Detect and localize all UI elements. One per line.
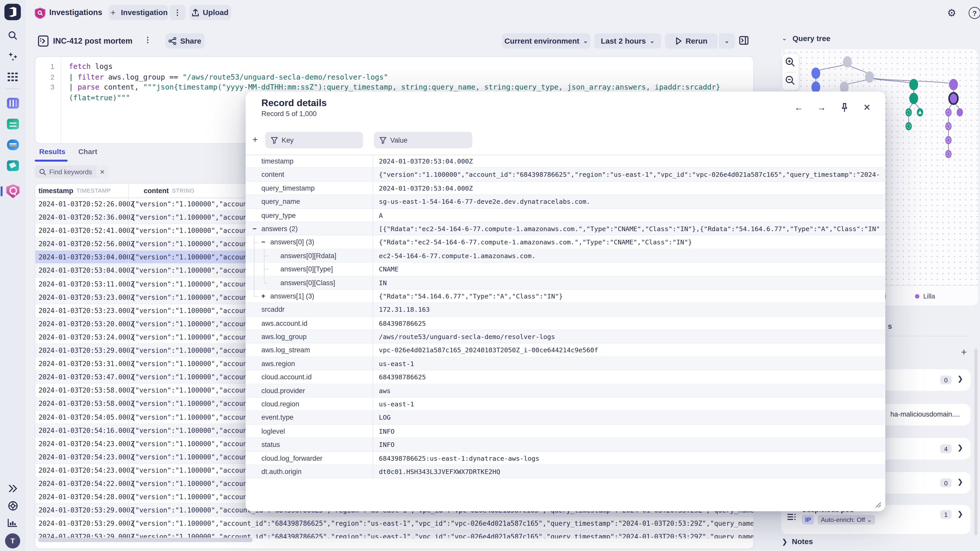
search-icon[interactable] bbox=[7, 30, 18, 41]
new-investigation-button[interactable]: ＋ Investigation bbox=[109, 5, 168, 20]
record-row[interactable]: answers[0][Rdata]ec2-54-164-6-77.compute… bbox=[245, 249, 885, 263]
collapse-icon[interactable]: − bbox=[251, 222, 258, 235]
record-row[interactable]: aws.log_streamvpc-026e4d021a587c165_2024… bbox=[245, 344, 885, 357]
record-row[interactable]: cloud.account.id684398786625 bbox=[245, 371, 885, 384]
record-row[interactable]: −answers (2)[{"Rdata":"ec2-54-164-6-77.c… bbox=[245, 222, 885, 236]
record-row[interactable]: aws.regionus-east-1 bbox=[245, 357, 885, 371]
record-row[interactable]: aws.log_group/aws/route53/unguard-secla-… bbox=[245, 330, 885, 344]
auto-enrich-selector[interactable]: Auto-enrich: Off ⌄ bbox=[818, 515, 875, 524]
sidebar-app-icon-1[interactable] bbox=[7, 98, 19, 109]
sparkles-ai-icon[interactable] bbox=[7, 51, 18, 62]
chevron-right-icon[interactable]: ❯ bbox=[782, 538, 788, 546]
modal-subtitle: Record 5 of 1,000 bbox=[261, 110, 317, 118]
add-item-button[interactable]: ＋ bbox=[959, 346, 969, 358]
code-line[interactable]: 1fetch logs bbox=[35, 61, 753, 72]
record-row[interactable]: −answers[0] (3){"Rdata":"ec2-54-164-6-77… bbox=[245, 236, 885, 249]
apps-grid-icon[interactable] bbox=[7, 71, 18, 83]
graph-node-blue[interactable] bbox=[811, 81, 820, 93]
graph-node-purple[interactable] bbox=[956, 108, 963, 116]
code-line[interactable]: 3| parse content, """json{timestamp("yyy… bbox=[35, 82, 753, 93]
record-row[interactable]: query_timestamp2024-01-03T20:53:04.000Z bbox=[245, 182, 885, 195]
record-row[interactable]: cloud.regionus-east-1 bbox=[245, 398, 885, 411]
notes-section-title[interactable]: Notes bbox=[792, 537, 813, 546]
graph-node-purple[interactable] bbox=[945, 122, 952, 130]
record-row[interactable]: statusINFO bbox=[245, 438, 885, 452]
add-filter-button[interactable]: ＋ bbox=[251, 134, 259, 145]
rerun-button[interactable]: Rerun bbox=[665, 33, 718, 48]
investigations-app-icon[interactable] bbox=[6, 184, 20, 198]
table-row[interactable]: 2024-01-03T20:53:29.000Z{"version":"1.10… bbox=[35, 530, 753, 538]
graph-node-green[interactable] bbox=[909, 79, 918, 90]
table-row[interactable]: 2024-01-03T20:53:29.000Z{"version":"1.10… bbox=[35, 517, 753, 530]
chevron-right-icon[interactable]: ❯ bbox=[957, 510, 963, 518]
sidebar-app-icon-2[interactable] bbox=[7, 119, 19, 129]
graph-node-purple[interactable] bbox=[949, 93, 958, 104]
record-row[interactable]: answers[0][Class]IN bbox=[245, 276, 885, 290]
value-filter-input[interactable]: Value bbox=[374, 132, 473, 148]
share-button[interactable]: Share bbox=[165, 33, 204, 48]
record-row[interactable]: cloud.log_forwarder684398786625:us-east-… bbox=[245, 452, 885, 465]
expand-icon[interactable]: + bbox=[260, 289, 266, 302]
zoom-out-icon[interactable] bbox=[785, 75, 795, 86]
chevron-right-icon[interactable]: ❯ bbox=[957, 444, 963, 452]
chevron-right-icon[interactable]: ❯ bbox=[957, 478, 963, 486]
field-value: LOG bbox=[372, 411, 880, 424]
next-record-button[interactable]: → bbox=[815, 100, 829, 114]
record-row[interactable]: query_namesg-us-east-1-54-164-6-77-deve2… bbox=[245, 195, 885, 209]
graph-node-blue[interactable] bbox=[811, 68, 820, 79]
help-ring-icon[interactable] bbox=[7, 500, 18, 511]
chevron-down-icon[interactable]: ⌄ bbox=[782, 35, 787, 41]
tab-chart[interactable]: Chart bbox=[78, 148, 97, 156]
record-row[interactable]: loglevelINFO bbox=[245, 425, 885, 438]
pin-icon[interactable] bbox=[837, 100, 851, 114]
help-icon[interactable]: ? bbox=[969, 7, 980, 19]
expand-rail-icon[interactable] bbox=[7, 483, 18, 494]
record-row[interactable]: answers[0][Type]CNAME bbox=[245, 263, 885, 276]
graph-node-gray[interactable] bbox=[865, 71, 874, 83]
modal-resize-handle[interactable] bbox=[875, 501, 881, 508]
collapse-icon[interactable]: − bbox=[260, 236, 266, 248]
record-row[interactable]: query_typeA bbox=[245, 209, 885, 222]
activity-chart-icon[interactable] bbox=[7, 517, 18, 528]
sidebar-app-icon-4[interactable] bbox=[7, 160, 19, 171]
document-more-menu[interactable]: ⋮ bbox=[144, 35, 151, 44]
graph-node-green[interactable] bbox=[905, 122, 912, 130]
environment-selector[interactable]: Current environment⌄ bbox=[502, 33, 590, 48]
record-row[interactable]: +answers[1] (3){"Rdata":"54.164.6.77","T… bbox=[245, 289, 885, 303]
record-row[interactable]: timestamp2024-01-03T20:53:04.000Z bbox=[245, 155, 885, 168]
graph-node-purple[interactable] bbox=[945, 150, 952, 158]
sidebar-app-icon-3[interactable] bbox=[7, 140, 19, 150]
record-row[interactable]: aws.account.id684398786625 bbox=[245, 317, 885, 330]
record-row[interactable]: content{"version":"1.100000","account_id… bbox=[245, 168, 885, 182]
horizontal-scrollbar[interactable] bbox=[38, 538, 252, 542]
graph-node-gray[interactable] bbox=[843, 56, 852, 68]
clear-search-button[interactable]: ✕ bbox=[96, 165, 108, 178]
graph-node-green[interactable] bbox=[909, 93, 918, 104]
rerun-options-button[interactable]: ⌄ bbox=[719, 33, 735, 48]
search-input[interactable]: Find keywords bbox=[35, 165, 102, 178]
time-range-selector[interactable]: Last 2 hours⌄ bbox=[594, 33, 661, 48]
dynatrace-logo-icon[interactable] bbox=[4, 4, 21, 20]
graph-node-purple[interactable] bbox=[945, 136, 952, 144]
graph-node-purple[interactable] bbox=[949, 79, 958, 90]
record-row[interactable]: srcaddr172.31.18.163 bbox=[245, 303, 885, 317]
upload-button[interactable]: Upload bbox=[189, 5, 231, 20]
graph-node-gray[interactable] bbox=[840, 81, 849, 93]
close-modal-button[interactable]: ✕ bbox=[860, 100, 874, 114]
topbar-more-menu-button[interactable]: ⋮ bbox=[169, 5, 186, 20]
previous-record-button[interactable]: ← bbox=[792, 100, 806, 114]
settings-gear-icon[interactable]: ⚙ bbox=[947, 7, 956, 19]
code-line[interactable]: 2| filter aws.log_group == "/aws/route53… bbox=[35, 72, 753, 82]
zoom-in-icon[interactable] bbox=[785, 57, 795, 68]
chevron-right-icon[interactable]: ❯ bbox=[957, 375, 963, 383]
record-row[interactable]: dt.auth.origindt0c01.HSH343L3JVEFXWX7DRT… bbox=[245, 465, 885, 478]
tab-results[interactable]: Results bbox=[39, 148, 65, 156]
record-row[interactable]: cloud.provideraws bbox=[245, 384, 885, 398]
collapse-panel-icon[interactable] bbox=[739, 35, 749, 46]
panel-scrollbar[interactable] bbox=[974, 348, 977, 535]
key-filter-input[interactable]: Key bbox=[265, 132, 363, 148]
record-row[interactable]: event.typeLOG bbox=[245, 411, 885, 425]
user-avatar[interactable]: T bbox=[5, 534, 20, 548]
graph-node-purple[interactable] bbox=[945, 108, 952, 116]
graph-node-green[interactable] bbox=[905, 108, 912, 116]
